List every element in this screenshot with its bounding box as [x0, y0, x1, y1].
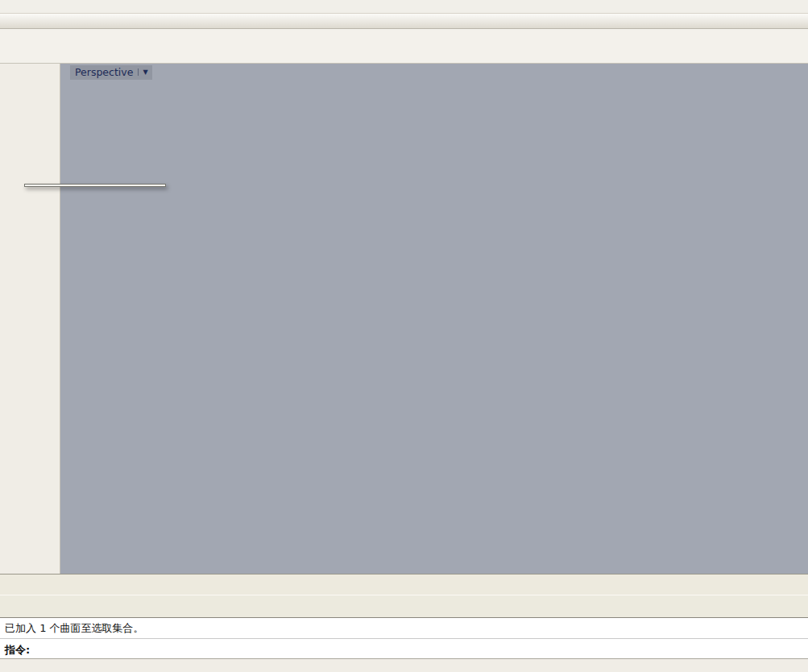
left-tool-sidebar	[0, 64, 60, 574]
main-area: Perspective ▼	[0, 64, 808, 574]
command-history-line: 已加入 1 个曲面至选取集合。	[0, 618, 808, 639]
chevron-down-icon[interactable]: ▼	[138, 68, 147, 76]
surface-flyout-toolbar	[24, 184, 166, 187]
menu-bar	[0, 0, 808, 14]
command-area[interactable]: 已加入 1 个曲面至选取集合。 指令:	[0, 617, 808, 658]
toolbar-tab-row	[0, 14, 808, 29]
rhino-app-window: { "menu": { "items": ["文件(F)","编辑(E)","查…	[0, 0, 808, 672]
viewport-tab-bar	[0, 574, 808, 595]
main-toolbar	[0, 29, 808, 64]
osnap-bar	[0, 595, 808, 617]
3d-mesh-model[interactable]	[60, 64, 302, 185]
perspective-viewport[interactable]: Perspective ▼	[60, 64, 808, 574]
viewport-title[interactable]: Perspective ▼	[70, 65, 152, 80]
sidebar-column-a	[0, 64, 30, 574]
sidebar-column-b	[30, 64, 60, 574]
status-bar	[0, 658, 808, 672]
viewport-title-label: Perspective	[75, 66, 133, 78]
